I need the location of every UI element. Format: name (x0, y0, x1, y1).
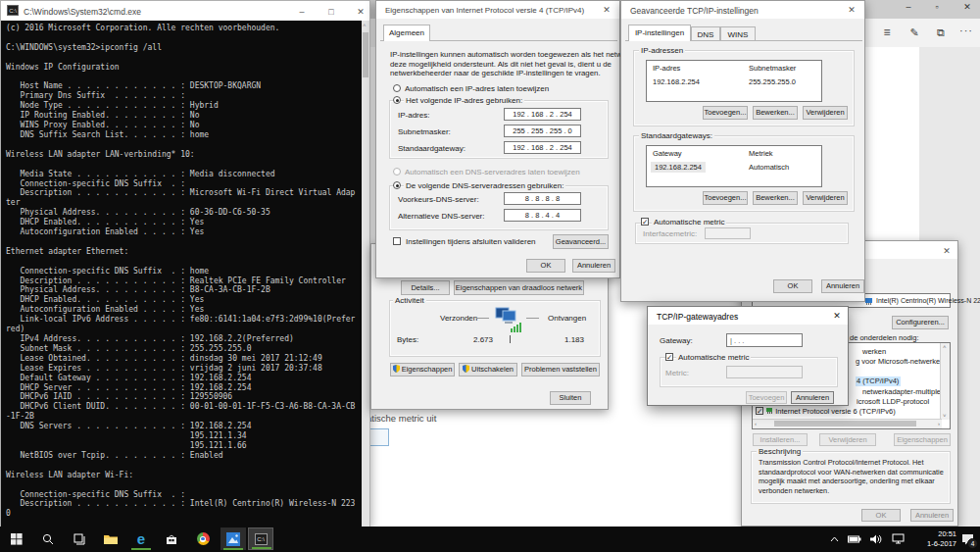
gateways-table[interactable]: Gateway Metriek 192.168.2.254 Automatisc… (646, 145, 822, 187)
remove-button[interactable]: Verwijderen (819, 433, 876, 446)
radio-use-ip[interactable] (393, 96, 401, 104)
ok-button[interactable]: OK (773, 279, 812, 293)
wireless-properties-button[interactable]: Eigenschappen van draadloos netwerk (454, 280, 584, 295)
task-view-button[interactable] (67, 527, 92, 550)
scroll-left-icon[interactable]: ‹ (755, 421, 757, 427)
radio-auto-ip[interactable] (393, 84, 401, 92)
cancel-button[interactable]: Annuleren (821, 279, 864, 293)
close-button[interactable]: Sluiten (550, 391, 591, 405)
gateway-row-address-selected[interactable]: 192.168.2.254 (651, 162, 706, 173)
ip-addresses-table[interactable]: IP-adres Subnetmasker 192.168.2.254 255.… (646, 60, 822, 102)
cmd-scrollbar-up-icon[interactable]: ˄ (363, 23, 367, 28)
list-item[interactable]: netwerkadapter-multiplexor (862, 387, 951, 396)
ip-address-field[interactable]: 192 . 168 . 2 . 254 (504, 108, 581, 121)
photos-close-button[interactable]: ✕ (958, 2, 976, 16)
photos-minimize-button[interactable]: – (900, 2, 917, 16)
cmd-minimize-button[interactable]: – (295, 6, 309, 18)
interface-metric-field[interactable] (705, 227, 751, 239)
metric-field[interactable] (726, 366, 803, 378)
gateway-dialog-close-button[interactable]: ✕ (830, 310, 844, 322)
action-center-button[interactable]: 4 (956, 527, 978, 550)
ok-button[interactable]: OK (526, 259, 565, 273)
configure-button[interactable]: Configureren... (892, 316, 949, 329)
cmd-maximize-button[interactable]: □ (324, 6, 338, 18)
edge-button[interactable]: e (128, 527, 154, 550)
list-vertical-scrollbar[interactable]: ˄ ˅ (940, 343, 950, 420)
start-button[interactable] (4, 527, 29, 550)
photos-button[interactable] (220, 527, 246, 550)
details-button[interactable]: Details... (401, 280, 450, 295)
search-button[interactable] (35, 527, 61, 550)
ipv4-close-button[interactable]: ✕ (600, 4, 613, 16)
chrome-button[interactable] (190, 527, 216, 550)
running-indicator (252, 547, 271, 549)
store-button[interactable] (159, 527, 184, 550)
tray-clock[interactable]: 20:51 1-6-2017 (911, 529, 956, 549)
list-item[interactable]: icrosoft LLDP-protocol (857, 397, 929, 406)
gateway-field[interactable]: 192 . 168 . 2 . 254 (504, 141, 581, 154)
cmd-scrollbar[interactable]: ˄ (362, 21, 369, 527)
ip-remove-button[interactable]: Verwijderen (803, 106, 848, 120)
tab-wins[interactable]: WINS (720, 26, 756, 41)
activity-group-label: Activiteit (393, 296, 426, 305)
cmd-taskbar-button[interactable]: C:\ (248, 527, 273, 550)
gateway-row-metric[interactable]: Automatisch (749, 163, 789, 172)
gateway-remove-button[interactable]: Verwijderen (803, 191, 848, 205)
list-item[interactable]: ✓ Internet Protocol versie 6 (TCP/IPv6) (756, 407, 896, 416)
subnet-field[interactable]: 255 . 255 . 255 . 0 (504, 125, 581, 137)
wifi-properties-close-button[interactable]: ✕ (940, 245, 954, 257)
auto-metric-checkbox[interactable]: ✓ (641, 218, 649, 226)
adapter-properties-button[interactable]: Eigenschappen (390, 363, 455, 376)
photos-maximize-button[interactable]: ▫ (928, 2, 946, 16)
edit-icon[interactable]: ✎ (907, 25, 921, 39)
advanced-button[interactable]: Geavanceerd... (553, 234, 609, 249)
add-button[interactable]: Toevoegen (746, 391, 787, 404)
diagnose-button[interactable]: Problemen vaststellen (521, 363, 600, 376)
list-horizontal-scrollbar[interactable]: ‹ › (753, 419, 942, 428)
cancel-button[interactable]: Annuleren (910, 509, 954, 522)
properties-button[interactable]: Eigenschappen (894, 433, 951, 446)
ip-row-subnet[interactable]: 255.255.255.0 (749, 77, 796, 86)
validate-checkbox[interactable] (393, 237, 401, 245)
install-button[interactable]: Installeren... (753, 433, 808, 446)
adapter-disable-button[interactable]: Uitschakelen (459, 363, 517, 376)
scroll-up-icon[interactable]: ˄ (943, 344, 947, 350)
tray-volume-button[interactable] (866, 527, 886, 550)
more-icon[interactable]: ··· (958, 24, 974, 37)
cmd-scrollbar-thumb[interactable] (363, 32, 368, 77)
radio-auto-dns[interactable] (393, 168, 401, 176)
list-item[interactable]: g voor Microsoft-netwerken (856, 357, 944, 366)
scroll-down-icon[interactable]: ˅ (943, 413, 947, 419)
tray-network-button[interactable] (888, 527, 909, 550)
alternate-dns-field[interactable]: 8 . 8 . 4 . 4 (504, 209, 581, 222)
radio-use-dns[interactable] (393, 181, 401, 189)
checkbox-checked[interactable]: ✓ (756, 407, 763, 415)
task-view-icon (74, 533, 85, 545)
file-explorer-button[interactable] (98, 527, 123, 550)
list-item[interactable]: werken (862, 347, 886, 356)
gateway-input[interactable]: | . . . (726, 333, 803, 347)
tab-dns[interactable]: DNS (691, 26, 720, 41)
share-icon[interactable]: ⧉ (934, 25, 948, 39)
ok-button[interactable]: OK (861, 509, 901, 522)
preferred-dns-field[interactable]: 8 . 8 . 8 . 8 (504, 192, 581, 205)
ip-row-address[interactable]: 192.168.2.254 (653, 77, 700, 86)
cmd-close-button[interactable]: ✕ (354, 6, 368, 18)
see-all-icon[interactable]: ≡ (880, 25, 894, 39)
tray-chevron-button[interactable] (825, 527, 843, 550)
scroll-thumb[interactable] (774, 421, 916, 427)
cancel-button[interactable]: Annuleren (572, 259, 615, 273)
tab-algemeen[interactable]: Algemeen (383, 25, 430, 41)
ip-add-button[interactable]: Toevoegen... (703, 106, 748, 120)
auto-metric-checkbox[interactable]: ✓ (665, 353, 673, 361)
ip-edit-button[interactable]: Bewerken... (753, 106, 798, 120)
gateway-edit-button[interactable]: Bewerken... (753, 191, 798, 205)
cancel-button[interactable]: Annuleren (791, 391, 834, 404)
gateway-add-button[interactable]: Toevoegen... (703, 191, 748, 205)
tray-battery-button[interactable] (845, 527, 864, 550)
list-item-selected[interactable]: 4 (TCP/IPv4) (856, 376, 901, 386)
tab-ip-instellingen[interactable]: IP-instellingen (628, 25, 691, 41)
scroll-right-icon[interactable]: › (938, 421, 940, 427)
cmd-console[interactable]: (c) 2016 Microsoft Corporation. Alle rec… (1, 21, 362, 527)
advanced-close-button[interactable]: ✕ (845, 4, 858, 16)
